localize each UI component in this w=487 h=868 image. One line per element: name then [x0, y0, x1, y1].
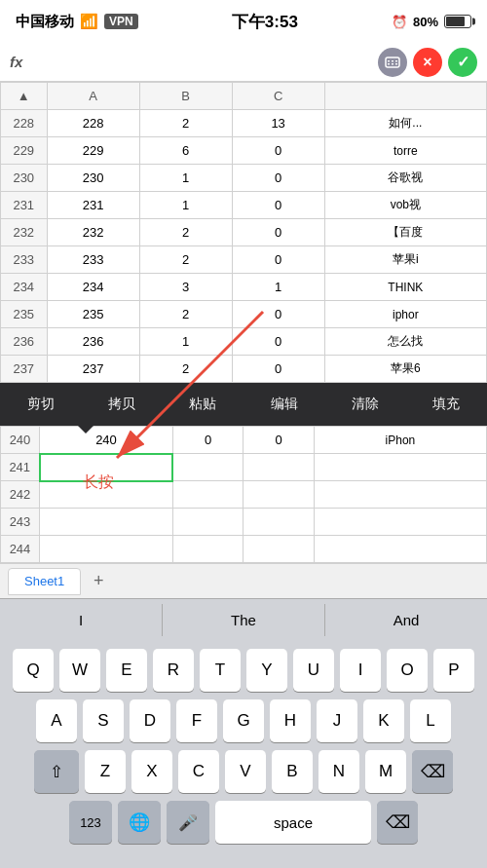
cell-a[interactable]: 231	[47, 192, 139, 219]
key-q[interactable]: Q	[13, 649, 54, 692]
confirm-button[interactable]: ✓	[448, 48, 477, 77]
cell-d[interactable]: vob视	[324, 192, 486, 219]
cell-b[interactable]: 2	[139, 356, 232, 383]
cell-d[interactable]: iphor	[324, 301, 486, 328]
cell-b[interactable]: 1	[139, 165, 232, 192]
table-row[interactable]: 243	[1, 509, 487, 536]
key-g[interactable]: G	[223, 699, 264, 742]
cell-b[interactable]: 3	[139, 274, 232, 301]
key-f[interactable]: F	[176, 699, 217, 742]
cell-c[interactable]: 1	[232, 274, 324, 301]
cell-a[interactable]: 230	[47, 165, 139, 192]
key-k[interactable]: K	[363, 699, 404, 742]
key-h[interactable]: H	[270, 699, 311, 742]
key-l[interactable]: L	[410, 699, 451, 742]
clear-menu-item[interactable]: 清除	[340, 388, 391, 421]
cell-a[interactable]: 232	[47, 219, 139, 246]
backspace-key[interactable]: ⌫	[377, 801, 418, 844]
col-a-header[interactable]: A	[47, 83, 139, 110]
cell-d[interactable]	[314, 481, 486, 509]
key-z[interactable]: Z	[85, 750, 126, 793]
key-p[interactable]: P	[433, 649, 474, 692]
cell-a[interactable]	[40, 509, 173, 536]
key-v[interactable]: V	[225, 750, 266, 793]
space-key[interactable]: space	[215, 801, 371, 844]
cell-b[interactable]	[172, 454, 243, 481]
cell-c[interactable]: 0	[232, 301, 324, 328]
cell-a[interactable]: 235	[47, 301, 139, 328]
cell-c[interactable]: 13	[232, 110, 324, 137]
keyboard-toggle-button[interactable]	[378, 48, 407, 77]
cancel-button[interactable]: ×	[413, 48, 442, 77]
cell-d[interactable]: torre	[324, 137, 486, 165]
key-a[interactable]: A	[36, 699, 77, 742]
table-row[interactable]: 241	[1, 454, 487, 481]
table-row[interactable]: 236 236 1 0 怎么找	[1, 328, 487, 356]
globe-key[interactable]: 🌐	[118, 801, 161, 844]
key-e[interactable]: E	[106, 649, 147, 692]
cell-d[interactable]: 如何...	[324, 110, 486, 137]
table-row[interactable]: 231 231 1 0 vob视	[1, 192, 487, 219]
cell-d[interactable]: 【百度	[324, 219, 486, 246]
cell-b[interactable]: 6	[139, 137, 232, 165]
cell-b[interactable]	[172, 536, 243, 563]
key-n[interactable]: N	[318, 750, 359, 793]
table-row[interactable]: 240 240 0 0 iPhon	[1, 427, 487, 454]
table-row[interactable]: 229 229 6 0 torre	[1, 137, 487, 165]
cell-b[interactable]: 1	[139, 192, 232, 219]
add-sheet-button[interactable]: +	[85, 568, 112, 595]
cell-c[interactable]: 0	[232, 356, 324, 383]
key-x[interactable]: X	[131, 750, 172, 793]
table-row[interactable]: 237 237 2 0 苹果6	[1, 356, 487, 383]
cell-b[interactable]: 1	[139, 328, 232, 356]
mic-key[interactable]: 🎤	[167, 801, 209, 844]
sheet1-tab[interactable]: Sheet1	[8, 568, 81, 595]
paste-menu-item[interactable]: 粘贴	[177, 388, 228, 421]
cell-d[interactable]: THINK	[324, 274, 486, 301]
col-b-header[interactable]: B	[139, 83, 232, 110]
edit-menu-item[interactable]: 编辑	[259, 388, 310, 421]
key-c[interactable]: C	[178, 750, 219, 793]
cell-a[interactable]: 236	[47, 328, 139, 356]
cell-c[interactable]	[244, 536, 314, 563]
key-u[interactable]: U	[293, 649, 334, 692]
cell-b[interactable]: 0	[172, 427, 243, 454]
cell-a[interactable]: 229	[47, 137, 139, 165]
cell-d[interactable]	[314, 509, 486, 536]
cell-b[interactable]: 2	[139, 110, 232, 137]
key-m[interactable]: M	[365, 750, 406, 793]
cell-c[interactable]	[244, 481, 314, 509]
predictive-word-3[interactable]: And	[325, 604, 487, 636]
table-row[interactable]: 242	[1, 481, 487, 509]
cell-c[interactable]: 0	[232, 165, 324, 192]
cell-d[interactable]: 怎么找	[324, 328, 486, 356]
cell-a[interactable]: 234	[47, 274, 139, 301]
cell-c[interactable]: 0	[244, 427, 314, 454]
table-row[interactable]: 233 233 2 0 苹果i	[1, 246, 487, 274]
key-s[interactable]: S	[83, 699, 124, 742]
key-d[interactable]: D	[130, 699, 170, 742]
key-o[interactable]: O	[387, 649, 428, 692]
backspace-key-row3[interactable]: ⌫	[412, 750, 453, 793]
cut-menu-item[interactable]: 剪切	[16, 388, 66, 421]
cell-d[interactable]: iPhon	[314, 427, 486, 454]
cell-b[interactable]	[172, 481, 243, 509]
numbers-key[interactable]: 123	[69, 801, 112, 844]
table-row[interactable]: 232 232 2 0 【百度	[1, 219, 487, 246]
key-t[interactable]: T	[200, 649, 241, 692]
cell-b[interactable]	[172, 509, 243, 536]
cell-d[interactable]: 苹果6	[324, 356, 486, 383]
table-row[interactable]: 228 228 2 13 如何...	[1, 110, 487, 137]
table-row[interactable]: 244	[1, 536, 487, 563]
fill-menu-item[interactable]: 填充	[421, 388, 471, 421]
cell-c[interactable]	[244, 509, 314, 536]
cell-c[interactable]	[244, 454, 314, 481]
cell-a[interactable]: 237	[47, 356, 139, 383]
cell-d[interactable]	[314, 536, 486, 563]
table-row[interactable]: 230 230 1 0 谷歌视	[1, 165, 487, 192]
cell-c[interactable]: 0	[232, 246, 324, 274]
key-w[interactable]: W	[59, 649, 100, 692]
cell-a[interactable]	[40, 536, 173, 563]
key-r[interactable]: R	[153, 649, 194, 692]
cell-a[interactable]: 233	[47, 246, 139, 274]
